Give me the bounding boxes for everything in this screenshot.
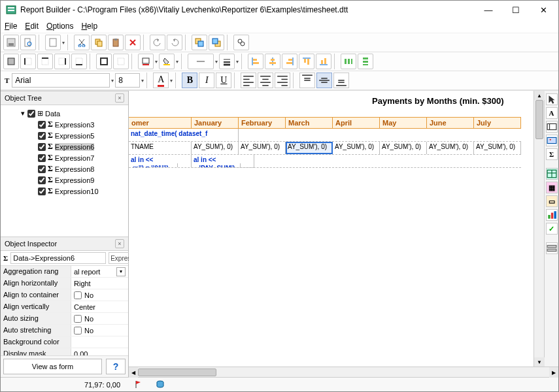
expression-tool-icon[interactable]: Σ bbox=[546, 148, 558, 160]
border-none-icon[interactable] bbox=[113, 54, 129, 69]
bring-front-icon[interactable] bbox=[192, 35, 207, 50]
bold-button[interactable]: B bbox=[182, 73, 197, 88]
menu-help[interactable]: Help bbox=[81, 22, 97, 31]
image-tool-icon[interactable] bbox=[546, 135, 558, 146]
italic-button[interactable]: I bbox=[199, 73, 214, 88]
font-color-icon[interactable]: A bbox=[153, 73, 169, 88]
menu-file[interactable]: File bbox=[5, 22, 17, 31]
copy-icon[interactable] bbox=[91, 35, 107, 50]
property-row[interactable]: Align to containerNo bbox=[1, 289, 128, 301]
align-right-icon[interactable] bbox=[275, 73, 290, 88]
align-top-obj-icon[interactable] bbox=[299, 54, 314, 69]
line-style-icon[interactable] bbox=[188, 54, 214, 69]
tree-root-label[interactable]: Data bbox=[45, 110, 60, 118]
object-tree[interactable]: ▾⊞DataΣExpression3ΣExpression5ΣExpressio… bbox=[1, 105, 128, 237]
border-bottom-icon[interactable] bbox=[71, 54, 87, 69]
line-width-icon[interactable] bbox=[219, 54, 235, 69]
distribute-v-icon[interactable] bbox=[358, 54, 373, 69]
align-left-obj-icon[interactable] bbox=[248, 54, 263, 69]
table-tool-icon[interactable] bbox=[546, 168, 558, 180]
close-button[interactable]: ✕ bbox=[530, 1, 557, 18]
report-row[interactable]: al in <<m'') = ''01''')m'') = ''02''')m'… bbox=[129, 155, 521, 168]
report-header-row: omerJanuaryFebruaryMarchAprilMayJuneJuly bbox=[129, 117, 521, 129]
tree-item[interactable]: ΣExpression6 bbox=[2, 141, 127, 152]
inspector-path-input[interactable] bbox=[10, 252, 106, 264]
fill-color-icon[interactable] bbox=[159, 54, 175, 69]
pointer-tool-icon[interactable] bbox=[546, 93, 558, 105]
svg-rect-87 bbox=[548, 215, 550, 219]
tree-item[interactable]: ΣExpression8 bbox=[2, 163, 127, 174]
valign-middle-icon[interactable] bbox=[316, 73, 332, 88]
property-grid[interactable]: Aggregation rangal report▾Align horizont… bbox=[1, 266, 128, 355]
border-all-icon[interactable] bbox=[3, 54, 19, 69]
tree-item[interactable]: ΣExpression7 bbox=[2, 152, 127, 163]
border-right-icon[interactable] bbox=[54, 54, 70, 69]
menu-options[interactable]: Options bbox=[46, 22, 73, 31]
property-row[interactable]: Display mask0.00 bbox=[1, 348, 128, 355]
tree-item[interactable]: ΣExpression5 bbox=[2, 130, 127, 141]
minimize-button[interactable]: — bbox=[475, 1, 502, 18]
tree-item[interactable]: ΣExpression10 bbox=[2, 186, 127, 197]
delete-icon[interactable] bbox=[125, 35, 141, 50]
find-icon[interactable] bbox=[233, 35, 249, 50]
align-left-icon[interactable] bbox=[241, 73, 256, 88]
page-setup-icon[interactable] bbox=[45, 35, 61, 50]
view-as-form-button[interactable]: View as form bbox=[3, 359, 102, 374]
property-row[interactable]: Auto sizingNo bbox=[1, 313, 128, 325]
svg-point-83 bbox=[549, 139, 551, 140]
property-row[interactable]: Align horizontallyRight bbox=[1, 278, 128, 289]
valign-top-icon[interactable] bbox=[299, 73, 315, 88]
distribute-h-icon[interactable] bbox=[341, 54, 356, 69]
font-size-combo[interactable] bbox=[115, 73, 140, 88]
text-tool-icon[interactable]: A bbox=[546, 107, 558, 119]
shape-tool-icon[interactable]: ▭ bbox=[546, 195, 558, 207]
property-row[interactable]: Auto stretchingNo bbox=[1, 325, 128, 336]
tree-item[interactable]: ΣExpression3 bbox=[2, 119, 127, 130]
maximize-button[interactable]: ☐ bbox=[502, 1, 530, 18]
band-tool-icon[interactable] bbox=[546, 242, 558, 254]
horizontal-scrollbar[interactable]: ◀▶ bbox=[129, 367, 558, 377]
menu-edit[interactable]: Edit bbox=[25, 22, 39, 31]
report-row[interactable]: TNAMEAY_SUM'), 0)AY_SUM'), 0)AY_SUM'), 0… bbox=[129, 142, 521, 155]
object-inspector-close-icon[interactable]: × bbox=[115, 239, 124, 248]
object-tree-close-icon[interactable]: × bbox=[115, 93, 124, 103]
align-bottom-obj-icon[interactable] bbox=[316, 54, 331, 69]
chart-tool-icon[interactable] bbox=[546, 209, 558, 221]
border-outer-icon[interactable] bbox=[96, 54, 112, 69]
send-back-icon[interactable] bbox=[209, 35, 224, 50]
save-icon[interactable] bbox=[3, 35, 19, 50]
svg-rect-1 bbox=[8, 7, 14, 8]
border-left-icon[interactable] bbox=[20, 54, 36, 69]
svg-rect-45 bbox=[288, 59, 292, 61]
undo-icon[interactable] bbox=[150, 35, 165, 50]
font-name-combo[interactable] bbox=[12, 73, 110, 88]
property-row[interactable]: Background color bbox=[1, 336, 128, 348]
align-center-obj-icon[interactable] bbox=[265, 54, 280, 69]
underline-button[interactable]: U bbox=[216, 73, 231, 88]
preview-icon[interactable] bbox=[20, 35, 36, 50]
data-field-tool-icon[interactable] bbox=[546, 121, 558, 133]
report-row[interactable]: al in <<, 'PAY_SUM') bbox=[192, 155, 254, 168]
align-right-obj-icon[interactable] bbox=[282, 54, 297, 69]
tree-item[interactable]: ΣExpression9 bbox=[2, 174, 127, 186]
cut-icon[interactable] bbox=[74, 35, 90, 50]
check-tool-icon[interactable]: ✓ bbox=[546, 223, 558, 235]
dropdown-icon[interactable]: ▾ bbox=[116, 267, 126, 276]
vertical-scrollbar[interactable]: ▲▼ bbox=[534, 91, 544, 367]
status-flag-icon bbox=[133, 380, 143, 390]
help-button[interactable]: ? bbox=[106, 359, 126, 374]
valign-bottom-icon[interactable] bbox=[333, 73, 349, 88]
property-row[interactable]: Aggregation rangal report▾ bbox=[1, 266, 128, 278]
grid-tool-icon[interactable]: ▦ bbox=[546, 182, 558, 193]
svg-rect-29 bbox=[101, 58, 107, 65]
paste-icon[interactable] bbox=[108, 35, 124, 50]
titlebar: Report Builder - C:\Program Files (x86)\… bbox=[1, 1, 558, 19]
redo-icon[interactable] bbox=[167, 35, 182, 50]
svg-rect-82 bbox=[547, 137, 556, 143]
align-center-icon[interactable] bbox=[258, 73, 273, 88]
border-top-icon[interactable] bbox=[37, 54, 53, 69]
frame-color-icon[interactable] bbox=[138, 54, 154, 69]
report-canvas[interactable]: Payments by Months (min. $300) omerJanua… bbox=[129, 91, 534, 367]
property-row[interactable]: Align verticallyCenter bbox=[1, 301, 128, 313]
report-row[interactable]: nat_date_time( dataset_f bbox=[129, 129, 521, 142]
